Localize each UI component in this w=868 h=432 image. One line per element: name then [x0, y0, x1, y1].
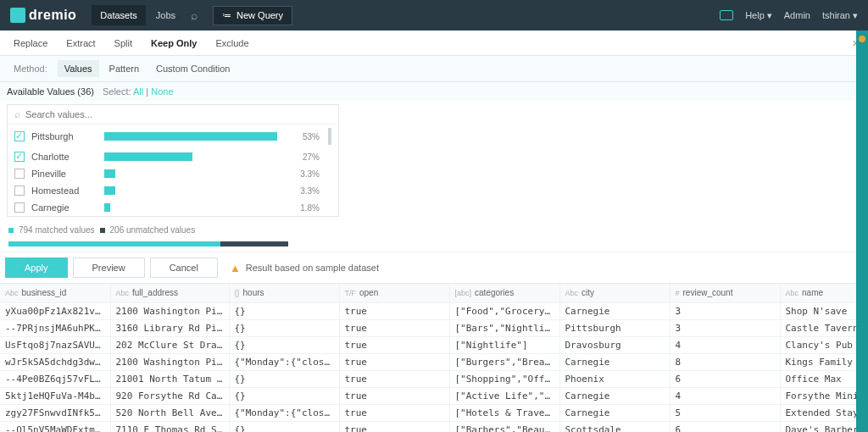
cell: true [339, 319, 449, 336]
checkbox[interactable] [14, 169, 25, 179]
value-pct: 53% [292, 132, 320, 141]
admin-link[interactable]: Admin [784, 10, 810, 20]
cell: Carnegie [559, 302, 670, 319]
nav-jobs[interactable]: Jobs [147, 5, 184, 25]
method-label: Method: [7, 60, 54, 77]
cell: ["Burgers","Breakfast & Brunc [449, 353, 559, 370]
cell: 5ktj1eHQFuVa-M4bgnEhBg [0, 387, 110, 404]
method-custom[interactable]: Custom Condition [149, 60, 236, 77]
column-header[interactable]: Abcname [780, 284, 868, 302]
value-row[interactable]: Carnegie 1.8% [8, 199, 338, 216]
table-row[interactable]: zgy27FSnwvdINfk5cXBIyQ520 North Bell Ave… [0, 404, 868, 421]
value-bar [104, 203, 281, 212]
cell: {} [229, 421, 339, 432]
value-name: Carnegie [31, 202, 97, 213]
cell: 6 [670, 421, 780, 432]
cell: Scottsdale [559, 421, 670, 432]
feedback-icon[interactable] [720, 10, 733, 20]
help-menu[interactable]: Help▾ [745, 10, 772, 21]
cell: 2100 Washington Pike Carnegie [110, 353, 229, 370]
column-header[interactable]: [abc]categories [449, 284, 559, 302]
match-summary: 794 matched values 206 unmatched values [0, 222, 868, 238]
cell: ["Barbers","Beauty & Spas"] [449, 421, 559, 432]
method-pattern[interactable]: Pattern [103, 60, 146, 77]
column-header[interactable]: {}hours [229, 284, 339, 302]
table-row[interactable]: --Ol5nV5MaWDExtmRUmKA7110 E Thomas Rd St… [0, 421, 868, 432]
value-bar [104, 152, 281, 161]
cell: 7110 E Thomas Rd Ste D Scotts [110, 421, 229, 432]
table-row[interactable]: --4Pe0BZ6qj57vFL5mUE0g21001 North Tatum … [0, 370, 868, 387]
cell: --Ol5nV5MaWDExtmRUmKA [0, 421, 110, 432]
cell: Kings Family Re [780, 353, 868, 370]
values-panel: ⌕ Pittsburgh 53% Charlotte 27% Pineville… [7, 104, 339, 217]
value-row[interactable]: Pineville 3.3% [8, 165, 338, 182]
checkbox[interactable] [14, 152, 25, 162]
cell: 5 [670, 404, 780, 421]
tab-split[interactable]: Split [106, 34, 141, 53]
tab-replace[interactable]: Replace [5, 34, 56, 53]
value-row[interactable]: Homestead 3.3% [8, 182, 338, 199]
column-header[interactable]: #review_count [670, 284, 780, 302]
value-row[interactable]: Charlotte 27% [8, 148, 338, 165]
tab-keep-only[interactable]: Keep Only [142, 34, 205, 53]
table-row[interactable]: 5ktj1eHQFuVa-M4bgnEhBg920 Forsythe Rd Ca… [0, 387, 868, 404]
cell: 21001 North Tatum Blvd. #24 P [110, 370, 229, 387]
search-values-input[interactable] [25, 109, 331, 119]
value-pct: 3.3% [292, 186, 320, 196]
results-table[interactable]: Abcbusiness_idAbcfull_address{}hoursT/Fo… [0, 284, 868, 432]
cell: wJr5kSA5dchdg3dwh6dZ2w [0, 353, 110, 370]
value-bar [104, 132, 281, 141]
cell: 2100 Washington Pike Carnegie [110, 302, 229, 319]
value-pct: 27% [292, 152, 320, 162]
warning-icon: ▲ [230, 262, 241, 274]
column-header[interactable]: T/Fopen [339, 284, 449, 302]
value-pct: 3.3% [292, 169, 320, 179]
cell: Dravosburg [559, 336, 670, 353]
tab-exclude[interactable]: Exclude [207, 34, 257, 53]
apply-button[interactable]: Apply [5, 258, 68, 278]
scrollbar[interactable] [328, 128, 331, 145]
column-header[interactable]: Abcbusiness_id [0, 284, 110, 302]
cell: 920 Forsythe Rd Carnegie Carn [110, 387, 229, 404]
cell: zgy27FSnwvdINfk5cXBIyQ [0, 404, 110, 421]
cell: true [339, 387, 449, 404]
column-header[interactable]: Abccity [559, 284, 670, 302]
cell: ["Active Life","Mini Golf"] [449, 387, 559, 404]
new-query-icon: ≔ [222, 10, 231, 21]
new-query-button[interactable]: ≔ New Query [213, 6, 292, 25]
cell: 4 [670, 387, 780, 404]
cell: yXua00pFz1Ax821vJjDf5w [0, 302, 110, 319]
cell: {} [229, 336, 339, 353]
checkbox[interactable] [14, 186, 25, 196]
table-row[interactable]: UsFtqo8j7nazSAVUBZMjQQ202 McClure St Dra… [0, 336, 868, 353]
cell: Phoenix [559, 370, 670, 387]
select-all[interactable]: All [133, 86, 143, 97]
value-row[interactable]: Pittsburgh 53% [8, 125, 338, 148]
cell: ["Nightlife"] [449, 336, 559, 353]
logo-icon [10, 8, 25, 23]
select-label: Select: [103, 86, 131, 97]
column-header[interactable]: Abcfull_address [110, 284, 229, 302]
nav-datasets[interactable]: Datasets [92, 5, 145, 25]
table-row[interactable]: --7PRjnsjMA6uhPKBmW13Q3160 Library Rd Pi… [0, 319, 868, 336]
cancel-button[interactable]: Cancel [150, 258, 218, 278]
preview-button[interactable]: Preview [73, 258, 145, 278]
select-none[interactable]: None [151, 86, 173, 97]
cell: 4 [670, 336, 780, 353]
method-values[interactable]: Values [58, 60, 99, 77]
tab-extract[interactable]: Extract [58, 34, 103, 53]
cell: 520 North Bell Avenue Carnegi [110, 404, 229, 421]
table-row[interactable]: wJr5kSA5dchdg3dwh6dZ2w2100 Washington Pi… [0, 353, 868, 370]
alert-dot-icon[interactable] [859, 36, 865, 42]
value-bar [104, 186, 281, 195]
value-name: Pineville [31, 169, 97, 179]
cell: {} [229, 302, 339, 319]
user-menu[interactable]: tshiran▾ [822, 10, 858, 21]
table-row[interactable]: yXua00pFz1Ax821vJjDf5w2100 Washington Pi… [0, 302, 868, 319]
cell: Pittsburgh [559, 319, 670, 336]
checkbox[interactable] [14, 131, 25, 141]
checkbox[interactable] [14, 202, 25, 213]
cell: Castle Tavern I [780, 319, 868, 336]
cell: Office Max [780, 370, 868, 387]
search-icon[interactable]: ⌕ [191, 8, 198, 22]
